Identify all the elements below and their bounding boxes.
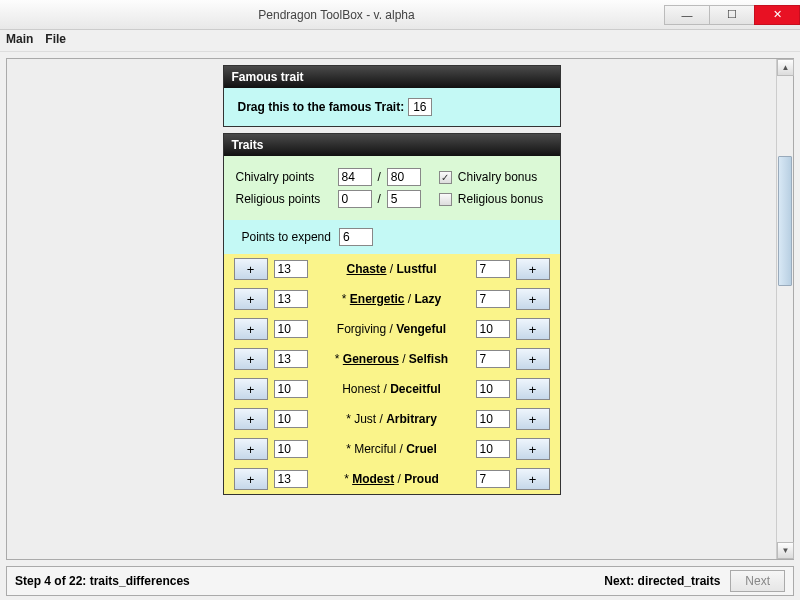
next-button[interactable]: Next bbox=[730, 570, 785, 592]
trait-row: +* Energetic / Lazy+ bbox=[224, 284, 560, 314]
trait-right-plus-button[interactable]: + bbox=[516, 288, 550, 310]
maximize-button[interactable]: ☐ bbox=[709, 5, 755, 25]
trait-left-value[interactable] bbox=[274, 380, 308, 398]
trait-pair-label: * Generous / Selfish bbox=[314, 352, 470, 366]
main-panel: Famous trait Drag this to the famous Tra… bbox=[6, 58, 794, 560]
trait-right-plus-button[interactable]: + bbox=[516, 468, 550, 490]
window-titlebar: Pendragon ToolBox - v. alpha — ☐ ✕ bbox=[0, 0, 800, 30]
trait-left-plus-button[interactable]: + bbox=[234, 408, 268, 430]
religious-bonus-label: Religious bonus bbox=[458, 192, 543, 206]
trait-right-value[interactable] bbox=[476, 470, 510, 488]
trait-right-plus-button[interactable]: + bbox=[516, 378, 550, 400]
trait-left-plus-button[interactable]: + bbox=[234, 318, 268, 340]
vertical-scrollbar[interactable]: ▲ ▼ bbox=[776, 59, 793, 559]
chivalry-points-input[interactable] bbox=[338, 168, 372, 186]
trait-left-value[interactable] bbox=[274, 440, 308, 458]
traits-panel: Traits Chivalry points / ✓ Chivalry bonu… bbox=[223, 133, 561, 495]
trait-left-value[interactable] bbox=[274, 410, 308, 428]
scroll-pane: Famous trait Drag this to the famous Tra… bbox=[7, 59, 776, 559]
religious-label: Religious points bbox=[236, 192, 332, 206]
religious-bonus-checkbox[interactable] bbox=[439, 193, 452, 206]
trait-left-value[interactable] bbox=[274, 470, 308, 488]
trait-left-plus-button[interactable]: + bbox=[234, 348, 268, 370]
trait-right-value[interactable] bbox=[476, 380, 510, 398]
chivalry-label: Chivalry points bbox=[236, 170, 332, 184]
slash-label: / bbox=[378, 170, 381, 184]
trait-left-value[interactable] bbox=[274, 320, 308, 338]
scroll-down-arrow-icon[interactable]: ▼ bbox=[777, 542, 794, 559]
scrollbar-thumb[interactable] bbox=[778, 156, 792, 286]
trait-pair-label: Honest / Deceitful bbox=[314, 382, 470, 396]
trait-pair-label: * Just / Arbitrary bbox=[314, 412, 470, 426]
trait-left-value[interactable] bbox=[274, 350, 308, 368]
trait-right-plus-button[interactable]: + bbox=[516, 438, 550, 460]
trait-row: +Honest / Deceitful+ bbox=[224, 374, 560, 404]
famous-trait-header: Famous trait bbox=[224, 66, 560, 88]
trait-row: +* Merciful / Cruel+ bbox=[224, 434, 560, 464]
trait-left-value[interactable] bbox=[274, 260, 308, 278]
trait-row: +* Modest / Proud+ bbox=[224, 464, 560, 494]
trait-right-value[interactable] bbox=[476, 350, 510, 368]
traits-header: Traits bbox=[224, 134, 560, 156]
menu-file[interactable]: File bbox=[45, 32, 66, 49]
trait-right-plus-button[interactable]: + bbox=[516, 408, 550, 430]
window-title: Pendragon ToolBox - v. alpha bbox=[8, 8, 665, 22]
trait-right-value[interactable] bbox=[476, 260, 510, 278]
trait-left-value[interactable] bbox=[274, 290, 308, 308]
scroll-up-arrow-icon[interactable]: ▲ bbox=[777, 59, 794, 76]
trait-right-plus-button[interactable]: + bbox=[516, 348, 550, 370]
religious-points-input[interactable] bbox=[338, 190, 372, 208]
footer-bar: Step 4 of 22: traits_differences Next: d… bbox=[6, 566, 794, 596]
trait-left-plus-button[interactable]: + bbox=[234, 258, 268, 280]
step-label: Step 4 of 22: traits_differences bbox=[15, 574, 190, 588]
trait-left-plus-button[interactable]: + bbox=[234, 288, 268, 310]
trait-right-plus-button[interactable]: + bbox=[516, 258, 550, 280]
trait-row: +Chaste / Lustful+ bbox=[224, 254, 560, 284]
religious-max-input[interactable] bbox=[387, 190, 421, 208]
trait-right-value[interactable] bbox=[476, 410, 510, 428]
next-step-label: Next: directed_traits bbox=[604, 574, 720, 588]
trait-pair-label: * Modest / Proud bbox=[314, 472, 470, 486]
trait-row: +* Just / Arbitrary+ bbox=[224, 404, 560, 434]
menu-main[interactable]: Main bbox=[6, 32, 33, 49]
trait-right-plus-button[interactable]: + bbox=[516, 318, 550, 340]
trait-left-plus-button[interactable]: + bbox=[234, 438, 268, 460]
trait-list: +Chaste / Lustful++* Energetic / Lazy++F… bbox=[224, 254, 560, 494]
trait-pair-label: Chaste / Lustful bbox=[314, 262, 470, 276]
trait-right-value[interactable] bbox=[476, 290, 510, 308]
trait-pair-label: * Merciful / Cruel bbox=[314, 442, 470, 456]
famous-trait-panel: Famous trait Drag this to the famous Tra… bbox=[223, 65, 561, 127]
minimize-button[interactable]: — bbox=[664, 5, 710, 25]
trait-left-plus-button[interactable]: + bbox=[234, 468, 268, 490]
trait-row: +* Generous / Selfish+ bbox=[224, 344, 560, 374]
trait-row: +Forgiving / Vengeful+ bbox=[224, 314, 560, 344]
points-expend-label: Points to expend bbox=[242, 230, 331, 244]
trait-pair-label: * Energetic / Lazy bbox=[314, 292, 470, 306]
trait-left-plus-button[interactable]: + bbox=[234, 378, 268, 400]
slash-label: / bbox=[378, 192, 381, 206]
points-expend-input[interactable] bbox=[339, 228, 373, 246]
chivalry-bonus-checkbox[interactable]: ✓ bbox=[439, 171, 452, 184]
menubar: Main File bbox=[0, 30, 800, 52]
trait-right-value[interactable] bbox=[476, 440, 510, 458]
trait-pair-label: Forgiving / Vengeful bbox=[314, 322, 470, 336]
famous-trait-value[interactable]: 16 bbox=[408, 98, 431, 116]
close-button[interactable]: ✕ bbox=[754, 5, 800, 25]
trait-right-value[interactable] bbox=[476, 320, 510, 338]
chivalry-bonus-label: Chivalry bonus bbox=[458, 170, 537, 184]
chivalry-max-input[interactable] bbox=[387, 168, 421, 186]
famous-drag-label: Drag this to the famous Trait: bbox=[238, 100, 405, 114]
